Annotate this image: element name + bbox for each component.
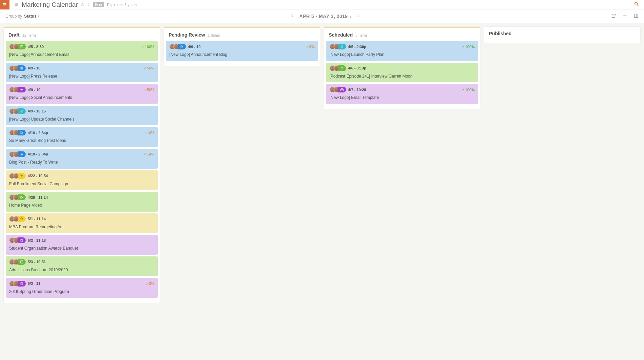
card-progress-value: 0% [149, 281, 154, 285]
card-title: [New Logo] Announcement Email [9, 52, 154, 58]
column-count: 1 Items [208, 33, 220, 37]
card-header: 4/6 - 3:13p [329, 65, 475, 71]
column-header: Draft12 Items [4, 28, 160, 41]
card[interactable]: 4/9 - 109%[New Logo] Announcement Blog [166, 41, 318, 61]
board: Draft12 Items4/5 - 8:30100%[New Logo] An… [0, 23, 644, 306]
card-progress-value: 9% [309, 45, 315, 49]
card[interactable]: 4/29 - 11:14Home Page Video [6, 192, 158, 212]
column-count: 12 Items [22, 33, 37, 37]
card-date: 4/5 - 8:30 [28, 45, 44, 49]
card-date: 5/1 - 11:14 [28, 217, 46, 221]
card-date: 4/10 - 2:34p [28, 131, 48, 135]
next-range-button[interactable] [356, 14, 360, 19]
filter-icon[interactable]: ⚲ [87, 3, 90, 6]
topbar: Marketing Calendar All ⚲ Free Expires in… [0, 0, 644, 9]
card-progress: 9% [305, 45, 315, 49]
column-title: Draft [8, 32, 20, 38]
card[interactable]: 4/7 - 10:28100%[New Logo] Email Template [326, 84, 478, 104]
card-date: 4/9 - 10 [28, 88, 40, 92]
card-progress: 0% [145, 131, 154, 135]
share-icon[interactable] [611, 13, 616, 19]
card-date: 4/9 - 10 [28, 66, 40, 70]
card-header: 5/1 - 11:14 [9, 216, 154, 222]
column-title: Published [489, 31, 512, 36]
column-body: 4/5 - 2:30p100%[New Logo] Launch Party P… [324, 41, 480, 109]
chevron-down-icon: ▾ [350, 15, 351, 19]
refresh-icon [18, 216, 26, 222]
card-title: Fall Enrollment Social Campaign [9, 182, 154, 187]
card-title: 2019 Spring Graduation Program [9, 289, 154, 295]
date-range[interactable]: APR 5 - MAY 3, 2019 ▾ [299, 14, 351, 19]
podcast-icon [338, 65, 346, 71]
card-title: Admissions Brochure 2019/2020 [9, 268, 154, 273]
status-dot-icon [15, 3, 18, 6]
column-header: Pending Review1 Items [164, 28, 320, 41]
board-column: Pending Review1 Items4/9 - 109%[New Logo… [164, 26, 320, 66]
card[interactable]: 4/5 - 8:30100%[New Logo] Announcement Em… [6, 41, 158, 61]
card-header: 4/9 - 109% [169, 44, 315, 49]
card[interactable]: 5/1 - 11:14MBA Program Retargeting Ads [6, 213, 158, 233]
card[interactable]: 4/9 - 1050%[New Logo] Press Release [6, 63, 158, 83]
card-header: 4/9 - 1050% [9, 87, 154, 92]
card-title: Blog Post - Ready To Write [9, 160, 154, 165]
add-button[interactable] [622, 13, 627, 19]
card-title: Student Organization Awards Banquet [9, 246, 154, 251]
card-progress: 100% [461, 88, 475, 92]
card-title: [New Logo] Email Template [329, 95, 475, 101]
groupby-value[interactable]: Status [24, 14, 37, 19]
controlbar: Group by Status ▾ APR 5 - MAY 3, 2019 ▾ [0, 9, 644, 23]
column-title: Pending Review [169, 32, 205, 38]
board-column: Scheduled3 Items4/5 - 2:30p100%[New Logo… [324, 26, 480, 109]
column-body: 4/9 - 109%[New Logo] Announcement Blog [164, 41, 320, 66]
page-title: Marketing Calendar [22, 1, 78, 8]
search-icon[interactable] [634, 1, 639, 8]
card[interactable]: 4/6 - 3:13p[Podcast Episode 241] Intervi… [326, 63, 478, 83]
card-header: 5/2 - 11:18 [9, 237, 154, 243]
card-progress: 14% [143, 152, 154, 156]
column-title: Scheduled [329, 32, 353, 38]
card-progress-value: 50% [147, 66, 154, 70]
panel-icon[interactable] [634, 13, 639, 19]
card-title: [New Logo] Social Announcements [9, 95, 154, 101]
card-date: 5/2 - 11:18 [28, 238, 46, 242]
card[interactable]: 4/9 - 10:15[New Logo] Update Social Chan… [6, 106, 158, 126]
card[interactable]: 4/22 - 10:54Fall Enrollment Social Campa… [6, 170, 158, 190]
card[interactable]: 4/5 - 2:30p100%[New Logo] Launch Party P… [326, 41, 478, 61]
card[interactable]: 4/18 - 2:34p14%Blog Post - Ready To Writ… [6, 149, 158, 169]
horn-icon [18, 87, 26, 92]
card-title: Home Page Video [9, 203, 154, 208]
card[interactable]: 4/10 - 2:34p0%So Many Great Blog Post Id… [6, 127, 158, 147]
card-date: 4/18 - 2:34p [28, 152, 48, 156]
card[interactable]: 5/3 - 10:51Admissions Brochure 2019/2020 [6, 256, 158, 276]
prev-range-button[interactable] [291, 14, 295, 19]
card-progress-value: 100% [465, 45, 475, 49]
bulb-icon [338, 44, 346, 49]
column-count: 3 Items [356, 33, 368, 37]
board-column: Published [484, 26, 641, 43]
card[interactable]: 5/2 - 11:18Student Organization Awards B… [6, 235, 158, 255]
menu-button[interactable] [0, 0, 9, 9]
card-progress-value: 100% [465, 88, 475, 92]
card-title: [New Logo] Press Release [9, 74, 154, 79]
book-icon [18, 259, 26, 265]
column-body [484, 40, 640, 43]
filter-all-label[interactable]: All [81, 3, 85, 7]
card-date: 5/3 - 10:51 [28, 260, 46, 264]
card-title: So Many Great Blog Post Ideas [9, 138, 154, 144]
card[interactable]: 4/9 - 1050%[New Logo] Social Announcemen… [6, 84, 158, 104]
svg-line-4 [637, 5, 639, 6]
card-header: 4/5 - 2:30p100% [329, 44, 475, 49]
expires-label: Expires in 8 years [107, 3, 136, 7]
card[interactable]: 5/3 - 110%2019 Spring Graduation Program [6, 278, 158, 298]
card-header: 4/7 - 10:28100% [329, 87, 475, 92]
card-title: [Podcast Episode 241] Interview Garrett … [329, 74, 475, 79]
column-body: 4/5 - 8:30100%[New Logo] Announcement Em… [4, 41, 160, 303]
card-progress-value: 14% [147, 152, 154, 156]
free-badge: Free [93, 2, 104, 7]
mail-icon [338, 87, 346, 92]
groupby-label: Group by [5, 14, 22, 19]
clip-icon [18, 237, 26, 243]
board-column: Draft12 Items4/5 - 8:30100%[New Logo] An… [3, 26, 160, 303]
card-header: 4/9 - 10:15 [9, 108, 154, 114]
card-date: 4/7 - 10:28 [348, 88, 366, 92]
